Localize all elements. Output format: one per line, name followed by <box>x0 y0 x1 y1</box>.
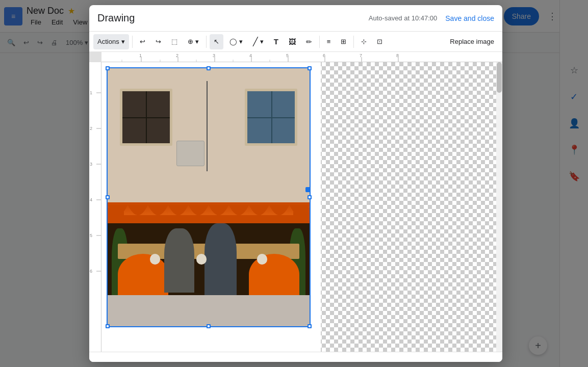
toolbar-separator-1 <box>132 36 133 48</box>
svg-text:7: 7 <box>360 53 362 58</box>
text-icon: T <box>274 37 278 46</box>
toolbar-separator-3 <box>319 36 320 48</box>
ruler-top: 1 2 3 4 5 6 7 8 <box>101 52 502 62</box>
svg-text:2: 2 <box>176 53 178 58</box>
svg-text:6: 6 <box>323 53 325 58</box>
toolbar-separator-2 <box>206 36 207 48</box>
save-close-button[interactable]: Save and close <box>445 14 494 22</box>
zoom-button[interactable]: ⊕ ▾ <box>184 34 203 49</box>
select-icon: ⬚ <box>171 38 177 45</box>
pointer-button[interactable]: ↖ <box>210 34 223 49</box>
svg-text:5: 5 <box>90 233 92 238</box>
paint-icon: ✏ <box>306 38 312 46</box>
shape-arrow: ▾ <box>239 38 243 45</box>
redo-icon: ↪ <box>156 38 161 45</box>
scrollbar-thumb[interactable] <box>497 62 502 93</box>
modal-header: Drawing Auto-saved at 10:47:00 Save and … <box>89 5 502 32</box>
modal-canvas[interactable]: 1 2 3 4 5 6 7 8 <box>89 52 502 352</box>
selected-image[interactable] <box>107 67 311 327</box>
modal-footer <box>89 352 502 362</box>
replace-image-button[interactable]: Replace image <box>446 34 498 49</box>
canvas-scrollbar[interactable] <box>496 62 502 352</box>
modal-toolbar: Actions ▾ ↩ ↪ ⬚ ⊕ ▾ ↖ ◯ ▾ <box>89 32 502 52</box>
actions-menu-button[interactable]: Actions ▾ <box>93 34 129 49</box>
handle-middle-left[interactable] <box>106 195 110 199</box>
pointer-icon: ↖ <box>214 38 219 45</box>
handle-middle-right[interactable] <box>308 195 312 199</box>
crop-button[interactable]: ⊹ <box>357 34 371 49</box>
line-arrow: ▾ <box>260 38 264 45</box>
modal-title: Drawing <box>97 12 135 24</box>
handle-top-center[interactable] <box>207 66 211 70</box>
modal-header-right: Auto-saved at 10:47:00 Save and close <box>369 14 494 22</box>
svg-text:3: 3 <box>213 53 215 58</box>
line-icon: ╱ <box>253 37 258 46</box>
shape-icon: ◯ <box>229 38 237 45</box>
image-content <box>108 68 310 326</box>
svg-text:6: 6 <box>90 269 92 274</box>
drawing-modal: Drawing Auto-saved at 10:47:00 Save and … <box>89 5 502 362</box>
more-options-button[interactable]: ⊡ <box>373 34 387 49</box>
undo-button[interactable]: ↩ <box>136 34 149 49</box>
redo-button[interactable]: ↪ <box>151 34 165 49</box>
zoom-arrow: ▾ <box>195 38 199 45</box>
handle-bottom-center[interactable] <box>207 324 211 328</box>
table-icon: ⊞ <box>341 38 346 45</box>
canvas-area[interactable] <box>101 62 502 352</box>
zoom-icon: ⊕ <box>188 38 193 45</box>
shape-tool-button[interactable]: ◯ ▾ <box>225 34 247 49</box>
svg-text:1: 1 <box>90 90 92 95</box>
ruler-left: 1 2 3 4 5 6 <box>89 62 101 352</box>
svg-text:8: 8 <box>396 53 399 58</box>
actions-arrow: ▾ <box>121 38 125 45</box>
toolbar-separator-4 <box>353 36 354 48</box>
undo-icon: ↩ <box>140 38 145 45</box>
svg-text:3: 3 <box>90 162 92 167</box>
svg-text:5: 5 <box>286 53 289 58</box>
handle-bottom-right[interactable] <box>308 324 312 328</box>
align-icon: ≡ <box>327 38 331 45</box>
svg-text:4: 4 <box>90 197 92 202</box>
text-tool-button[interactable]: T <box>270 34 283 49</box>
handle-top-left[interactable] <box>106 66 110 70</box>
auto-saved-status: Auto-saved at 10:47:00 <box>369 14 437 22</box>
svg-text:4: 4 <box>249 53 252 58</box>
more-icon: ⊡ <box>377 38 382 45</box>
paint-tool-button[interactable]: ✏ <box>302 34 316 49</box>
line-tool-button[interactable]: ╱ ▾ <box>249 34 268 49</box>
replace-image-label: Replace image <box>450 38 494 45</box>
svg-text:1: 1 <box>139 53 142 58</box>
select-button[interactable]: ⬚ <box>167 34 182 49</box>
image-tool-button[interactable]: 🖼 <box>285 34 300 49</box>
align-button[interactable]: ≡ <box>323 34 335 49</box>
handle-bottom-left[interactable] <box>106 324 110 328</box>
handle-top-right[interactable] <box>308 66 312 70</box>
image-icon: 🖼 <box>289 38 296 46</box>
svg-text:2: 2 <box>90 126 92 131</box>
table-button[interactable]: ⊞ <box>337 34 350 49</box>
actions-label: Actions <box>97 38 119 45</box>
crop-icon: ⊹ <box>361 38 367 45</box>
